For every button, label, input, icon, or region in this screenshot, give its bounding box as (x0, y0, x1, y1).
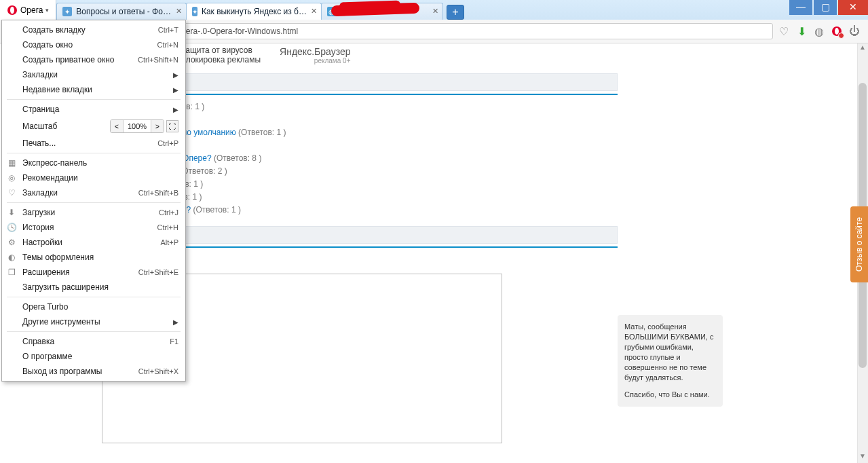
zoom-value: 100% (123, 120, 151, 132)
menu-get-extensions[interactable]: Загрузить расширения (2, 280, 185, 295)
chevron-down-icon: ▾ (45, 7, 49, 14)
puzzle-icon: ❒ (6, 267, 17, 277)
menu-settings[interactable]: ⚙НастройкиAlt+P (2, 235, 185, 250)
list-item: етов: 1 ) (102, 139, 854, 152)
tab-2-active[interactable]: ✦ Как выкинуть Яндекс из б… ✕ (186, 3, 322, 20)
menu-separator (7, 297, 181, 297)
tab-title: Как выкинуть Яндекс из б… (202, 7, 307, 16)
menu-separator (7, 331, 181, 332)
list-item: из браузера? (Ответов: 1 ) (102, 191, 854, 204)
menu-page[interactable]: Страница▶ (2, 102, 185, 117)
menu-extensions[interactable]: ❒РасширенияCtrl+Shift+E (2, 265, 185, 280)
window-controls: — ▢ ✕ (789, 0, 868, 15)
menu-bookmarks[interactable]: ♡ЗакладкиCtrl+Shift+B (2, 185, 185, 200)
download-arrow-icon[interactable]: ⬇ (795, 24, 808, 38)
menu-exit[interactable]: Выход из программыCtrl+Shift+X (2, 364, 185, 379)
close-window-button[interactable]: ✕ (838, 0, 868, 15)
list-item: йки из Opera 12.14? (Ответов: 2 ) (102, 165, 854, 178)
menu-themes[interactable]: ◐Темы оформления (2, 250, 185, 265)
grid-icon: ▦ (6, 158, 17, 168)
opera-ext-icon[interactable] (830, 24, 844, 38)
menu-separator (7, 99, 181, 100)
question-list: Оперы в О-17 (Ответов: 1 ) (Ответов: 1 )… (102, 100, 854, 217)
tab-1[interactable]: ✦ Вопросы и ответы - Фо… ✕ (56, 3, 187, 20)
clock-icon: 🕓 (6, 223, 17, 232)
menu-recent-tabs[interactable]: Недавние вкладки▶ (2, 82, 185, 97)
paint-icon: ◐ (6, 253, 17, 262)
menu-discover[interactable]: ◎Рекомендации (2, 170, 185, 185)
zoom-out-button[interactable]: < (111, 120, 123, 132)
menu-more-tools[interactable]: Другие инструменты▶ (2, 314, 185, 329)
menu-bookmarks-sub[interactable]: Закладки▶ (2, 67, 185, 82)
list-item: и из опера 26 (Ответов: 1 ) (102, 178, 854, 191)
opera-menu-button[interactable]: Opera ▾ (0, 0, 56, 20)
compass-icon: ◎ (6, 173, 17, 183)
menu-zoom[interactable]: Масштаб < 100% > ⛶ (2, 117, 185, 136)
ad-banner[interactable]: АТЬ ★Защита от вирусов ★Блокировка рекла… (102, 43, 854, 67)
ad-brand: Яндекс.Браузер реклама 0+ (280, 46, 350, 64)
list-item: Оперы в О-17 (Ответов: 1 ) (102, 100, 854, 113)
menu-print[interactable]: Печать...Ctrl+P (2, 136, 185, 151)
tab-title: Вопросы и ответы - Фо… (76, 7, 171, 16)
new-tab-button[interactable]: + (447, 5, 464, 20)
menu-downloads[interactable]: ⬇ЗагрузкиCtrl+J (2, 205, 185, 220)
opera-menu-label: Opera (20, 5, 43, 15)
list-item: авить браузер оперу по умолчанию (Ответо… (102, 126, 854, 139)
svg-point-1 (10, 6, 14, 13)
chevron-right-icon: ▶ (173, 106, 178, 113)
close-icon[interactable]: ✕ (175, 7, 183, 15)
menu-new-tab[interactable]: Создать вкладкуCtrl+T (2, 22, 185, 37)
list-item: сторию посещений в Опере? (Ответов: 8 ) (102, 152, 854, 165)
close-icon[interactable]: ✕ (432, 7, 440, 15)
chevron-right-icon: ▶ (173, 318, 178, 326)
power-icon[interactable]: ⏻ (848, 24, 861, 38)
chevron-right-icon: ▶ (173, 71, 178, 79)
moderation-note: Маты, сообщения БОЛЬШИМИ БУКВАМИ, с груб… (618, 315, 723, 407)
list-item: узку картинок в Опере? (Ответов: 1 ) (102, 204, 854, 217)
heart-icon: ♡ (6, 188, 17, 198)
svg-point-3 (835, 28, 839, 35)
gear-icon: ⚙ (6, 238, 17, 247)
menu-turbo[interactable]: Opera Turbo (2, 299, 185, 314)
menu-history[interactable]: 🕓ИсторияCtrl+H (2, 220, 185, 235)
maximize-button[interactable]: ▢ (814, 0, 837, 15)
download-icon: ⬇ (6, 208, 17, 217)
minimize-button[interactable]: — (789, 0, 812, 15)
menu-speed-dial[interactable]: ▦Экспресс-панель (2, 155, 185, 170)
menu-separator (7, 202, 181, 203)
zoom-fullscreen-button[interactable]: ⛶ (166, 120, 178, 132)
globe-icon[interactable]: ◍ (812, 24, 826, 38)
favicon-icon: ✦ (192, 7, 197, 16)
zoom-controls: < 100% > (110, 119, 164, 133)
heart-icon[interactable]: ♡ (777, 24, 791, 38)
editor-toolbar: 📎 ❝ ☺ ▶ ? (102, 255, 854, 272)
close-icon[interactable]: ✕ (310, 7, 318, 15)
menu-help[interactable]: СправкаF1 (2, 334, 185, 349)
chevron-right-icon: ▶ (173, 86, 178, 94)
menu-new-window[interactable]: Создать окноCtrl+N (2, 37, 185, 52)
menu-separator (7, 153, 181, 153)
menu-about[interactable]: О программе (2, 349, 185, 364)
zoom-in-button[interactable]: > (151, 120, 164, 132)
favicon-icon: ✦ (62, 7, 72, 16)
list-item: (Ответов: 1 ) (102, 113, 854, 126)
opera-logo-icon (7, 5, 18, 16)
title-bar: Opera ▾ ✦ Вопросы и ответы - Фо… ✕ ✦ Как… (0, 0, 868, 20)
menu-new-private[interactable]: Создать приватное окноCtrl+Shift+N (2, 52, 185, 67)
opera-menu: Создать вкладкуCtrl+T Создать окноCtrl+N… (1, 20, 186, 382)
